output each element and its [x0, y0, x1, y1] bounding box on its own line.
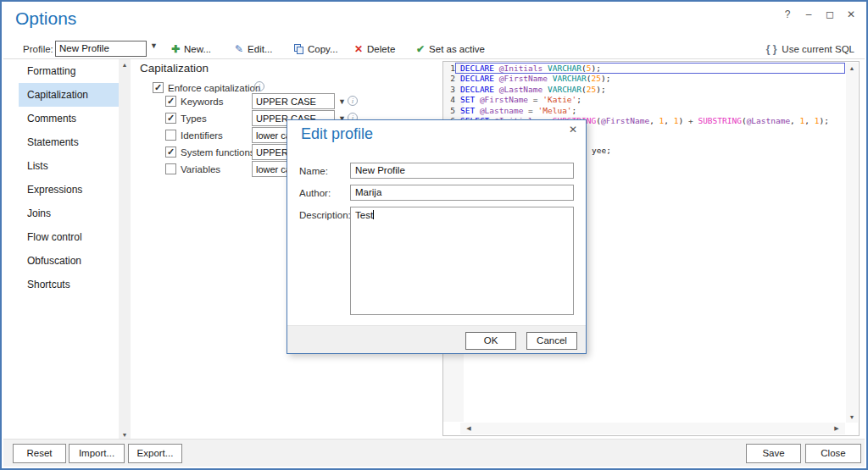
settings-heading: Capitalization: [140, 62, 209, 75]
use-current-sql-button[interactable]: { } Use current SQL: [766, 43, 854, 55]
scroll-down-icon[interactable]: ▼: [846, 414, 858, 420]
dialog-close-icon[interactable]: ✕: [569, 124, 577, 135]
system-functions-label: System functions: [181, 147, 255, 158]
set-active-label: Set as active: [429, 44, 485, 54]
delete-x-icon: ✕: [354, 44, 363, 54]
braces-icon: { }: [766, 43, 777, 55]
sidebar-item-formatting[interactable]: Formatting: [19, 59, 120, 83]
ok-button[interactable]: OK: [465, 332, 516, 350]
sql-horizontal-scrollbar[interactable]: ◀ ▶: [460, 423, 845, 434]
copy-icon: [294, 44, 303, 54]
checkbox-system-functions[interactable]: ✓: [165, 147, 176, 158]
copy-button-label: Copy...: [308, 44, 338, 54]
author-label: Author:: [299, 188, 331, 198]
line-number: 3: [443, 85, 460, 95]
description-text: Test: [355, 210, 373, 220]
author-field[interactable]: Marija: [350, 185, 574, 201]
sidebar-item-expressions[interactable]: Expressions: [19, 178, 120, 202]
window-controls: ? – ◻ ✕: [781, 7, 858, 22]
sidebar-scrollbar[interactable]: ▲ ▼: [119, 59, 131, 440]
sql-line: 2DECLARE @FirstName VARCHAR(25);: [443, 74, 845, 84]
maximize-icon[interactable]: ◻: [823, 7, 837, 22]
scroll-up-icon[interactable]: ▲: [846, 65, 858, 71]
sql-code: 1DECLARE @Initials VARCHAR(5);2DECLARE @…: [443, 64, 845, 126]
toolbar-separator: [3, 58, 865, 59]
pencil-icon: ✎: [235, 44, 243, 54]
chevron-down-icon[interactable]: ▼: [338, 97, 346, 106]
cancel-button[interactable]: Cancel: [526, 332, 577, 350]
text-cursor: [373, 210, 374, 219]
sidebar-item-joins[interactable]: Joins: [19, 202, 120, 225]
info-icon[interactable]: i: [348, 96, 358, 106]
checkbox-identifiers[interactable]: [165, 130, 176, 141]
import-button[interactable]: Import...: [69, 444, 125, 463]
sidebar-item-obfuscation[interactable]: Obfuscation: [19, 249, 120, 273]
profile-label: Profile:: [23, 44, 53, 54]
checkbox-types[interactable]: ✓: [165, 113, 176, 124]
reset-button[interactable]: Reset: [13, 444, 66, 463]
edit-profile-button[interactable]: ✎ Edit...: [235, 41, 272, 57]
plus-icon: ✚: [171, 44, 180, 54]
enforce-capitalization-label: Enforce capitalization: [168, 83, 260, 93]
variables-label: Variables: [181, 164, 220, 174]
dialog-footer: OK Cancel: [287, 325, 586, 353]
line-number: 5: [443, 106, 460, 116]
scroll-up-icon[interactable]: ▲: [119, 62, 131, 68]
save-button[interactable]: Save: [746, 444, 801, 463]
checkbox-keywords[interactable]: ✓: [165, 96, 176, 107]
export-button[interactable]: Export...: [128, 444, 182, 463]
identifiers-label: Identifiers: [181, 130, 223, 141]
set-as-active-button[interactable]: ✔ Set as active: [416, 41, 485, 57]
sidebar-item-comments[interactable]: Comments: [19, 107, 120, 130]
scroll-right-icon[interactable]: ▶: [831, 425, 843, 432]
description-field[interactable]: Test: [350, 207, 574, 315]
options-window: Options ? – ◻ ✕ Profile: New Profile ▼ ✚…: [0, 0, 868, 470]
sidebar-item-flow-control[interactable]: Flow control: [19, 225, 120, 249]
sidebar-item-capitalization[interactable]: Capitalization: [19, 83, 120, 107]
profile-combobox[interactable]: New Profile: [55, 41, 147, 57]
profile-dropdown-arrow-icon[interactable]: ▼: [150, 41, 158, 50]
sidebar-item-lists[interactable]: Lists: [19, 154, 120, 178]
sidebar-item-shortcuts[interactable]: Shortcuts: [19, 273, 120, 296]
new-button-label: New...: [184, 44, 211, 54]
checkbox-variables[interactable]: [165, 163, 176, 174]
types-label: Types: [181, 113, 207, 124]
delete-button-label: Delete: [367, 44, 395, 54]
page-title: Options: [15, 8, 76, 29]
line-number: 2: [443, 74, 460, 84]
edit-profile-dialog: Edit profile ✕ Name: New Profile Author:…: [287, 119, 587, 354]
scroll-left-icon[interactable]: ◀: [463, 425, 475, 432]
keywords-label: Keywords: [181, 97, 224, 107]
keywords-dropdown[interactable]: UPPER CASE: [252, 93, 335, 109]
close-icon[interactable]: ✕: [844, 7, 858, 22]
sql-line: 3DECLARE @LastName VARCHAR(25);: [443, 85, 845, 95]
checkbox-enforce-capitalization[interactable]: ✓: [153, 82, 164, 93]
sidebar-item-statements[interactable]: Statements: [19, 130, 120, 154]
options-sidebar: FormattingCapitalizationCommentsStatemen…: [3, 59, 119, 296]
info-icon[interactable]: i: [254, 81, 264, 91]
description-label: Description:: [299, 210, 351, 220]
close-button[interactable]: Close: [805, 444, 861, 463]
copy-profile-button[interactable]: Copy...: [294, 41, 338, 57]
use-current-sql-label: Use current SQL: [782, 44, 854, 54]
delete-profile-button[interactable]: ✕ Delete: [354, 41, 395, 57]
name-label: Name:: [299, 166, 328, 176]
minimize-icon[interactable]: –: [802, 7, 815, 22]
sql-line: 1DECLARE @Initials VARCHAR(5);: [443, 64, 845, 74]
edit-button-label: Edit...: [248, 44, 272, 54]
checkmark-icon: ✔: [416, 44, 425, 54]
sql-occluded-fragment: yee;: [592, 146, 611, 155]
help-icon[interactable]: ?: [781, 7, 794, 22]
dialog-title: Edit profile: [301, 125, 373, 143]
sql-line: 4SET @FirstName = 'Katie';: [443, 95, 845, 105]
sql-line: 5SET @Lastname = 'Melua';: [443, 106, 845, 116]
name-field[interactable]: New Profile: [350, 163, 574, 179]
scroll-down-icon[interactable]: ▼: [119, 432, 131, 438]
new-profile-button[interactable]: ✚ New...: [171, 41, 211, 57]
line-number: 1: [443, 64, 460, 74]
sql-vertical-scrollbar[interactable]: ▲ ▼: [846, 63, 858, 423]
line-number: 4: [443, 95, 460, 105]
